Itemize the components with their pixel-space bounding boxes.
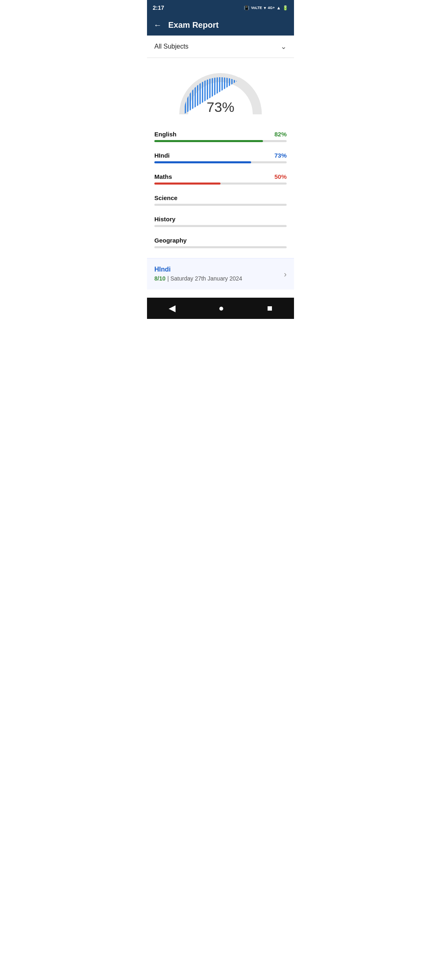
subject-name-science: Science [154,194,178,201]
subject-dropdown[interactable]: All Subjects ⌄ [147,36,294,58]
nav-home-icon[interactable]: ● [218,303,224,314]
bar-bg-english [154,140,287,142]
recent-exam-card[interactable]: HIndi 8/10 | Saturday 27th January 2024 … [147,258,294,290]
vibrate-icon: 📳 [244,5,249,11]
subject-dropdown-label: All Subjects [154,43,189,50]
bar-fill-hindi [154,161,251,163]
gauge-chart: 73% [176,69,265,118]
volte-icon: VoLTE [251,6,262,10]
bar-fill-english [154,140,263,142]
subject-name-english: English [154,131,176,138]
gauge-area: 73% [147,58,294,122]
bar-bg-science [154,204,287,206]
subject-percent-english: 82% [274,131,287,138]
subject-percent-maths: 50% [274,173,287,180]
bar-bg-geography [154,246,287,248]
subject-item-maths: Maths 50% [154,173,287,185]
back-button[interactable]: ← [154,20,162,30]
bar-fill-maths [154,183,220,185]
network-icon: 4G+ [268,6,275,10]
subject-item-science: Science [154,194,287,206]
exam-card-info: HIndi 8/10 | Saturday 27th January 2024 [154,266,242,282]
bar-bg-history [154,225,287,227]
app-header: ← Exam Report [147,15,294,36]
subject-name-maths: Maths [154,173,172,180]
exam-card-score: 8/10 [154,275,165,282]
chevron-down-icon: ⌄ [281,42,287,51]
bar-bg-maths [154,183,287,185]
nav-bar: ◀ ● ■ [147,298,294,319]
subject-name-geography: Geography [154,237,187,244]
signal-icon: ▲ [276,5,281,10]
subject-item-history: History [154,216,287,227]
exam-card-chevron-icon: › [284,270,287,279]
page-title: Exam Report [168,20,218,30]
subject-item-geography: Geography [154,237,287,248]
bar-bg-hindi [154,161,287,163]
battery-icon: 🔋 [283,5,288,11]
status-icons: 📳 VoLTE ▾ 4G+ ▲ 🔋 [244,5,288,11]
wifi-icon: ▾ [264,5,266,11]
exam-card-subject: HIndi [154,266,242,273]
nav-square-icon[interactable]: ■ [267,303,272,314]
subject-percent-hindi: 73% [274,152,287,159]
exam-card-meta: 8/10 | Saturday 27th January 2024 [154,275,242,282]
status-bar: 2:17 📳 VoLTE ▾ 4G+ ▲ 🔋 [147,0,294,15]
nav-back-icon[interactable]: ◀ [169,303,176,314]
gauge-percent: 73% [207,99,234,115]
subject-name-history: History [154,216,176,223]
subject-name-hindi: HIndi [154,152,170,159]
subject-item-english: English 82% [154,131,287,142]
exam-card-date: Saturday 27th January 2024 [170,275,242,282]
status-time: 2:17 [153,4,164,11]
subject-item-hindi: HIndi 73% [154,152,287,163]
subjects-list: English 82% HIndi 73% Maths 50% Science [147,122,294,248]
